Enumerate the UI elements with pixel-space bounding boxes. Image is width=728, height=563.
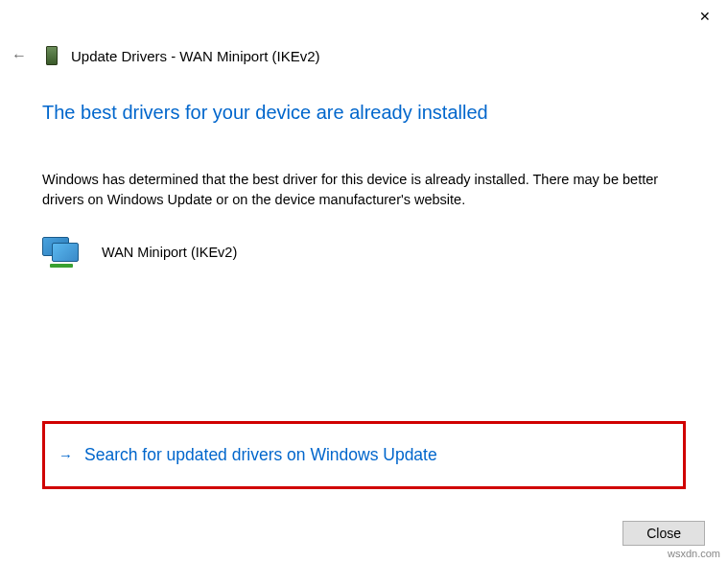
titlebar: ✕ bbox=[682, 0, 728, 33]
content-area: The best drivers for your device are alr… bbox=[42, 102, 686, 489]
close-icon[interactable]: ✕ bbox=[699, 9, 711, 24]
search-windows-update-link[interactable]: Search for updated drivers on Windows Up… bbox=[84, 445, 437, 465]
dialog-title: Update Drivers - WAN Miniport (IKEv2) bbox=[71, 48, 320, 64]
device-name: WAN Miniport (IKEv2) bbox=[102, 245, 237, 260]
action-highlight-box: → Search for updated drivers on Windows … bbox=[42, 421, 686, 489]
back-arrow-icon[interactable]: ← bbox=[12, 48, 27, 63]
driver-device-icon bbox=[46, 46, 58, 65]
close-button[interactable]: Close bbox=[622, 521, 705, 546]
main-heading: The best drivers for your device are alr… bbox=[42, 102, 686, 124]
arrow-right-icon: → bbox=[59, 447, 73, 463]
watermark: wsxdn.com bbox=[668, 548, 720, 559]
device-row: WAN Miniport (IKEv2) bbox=[42, 237, 686, 268]
network-adapter-icon bbox=[42, 237, 79, 268]
body-text: Windows has determined that the best dri… bbox=[42, 170, 686, 210]
footer: Close bbox=[622, 521, 705, 546]
header-row: ← Update Drivers - WAN Miniport (IKEv2) bbox=[12, 46, 320, 65]
